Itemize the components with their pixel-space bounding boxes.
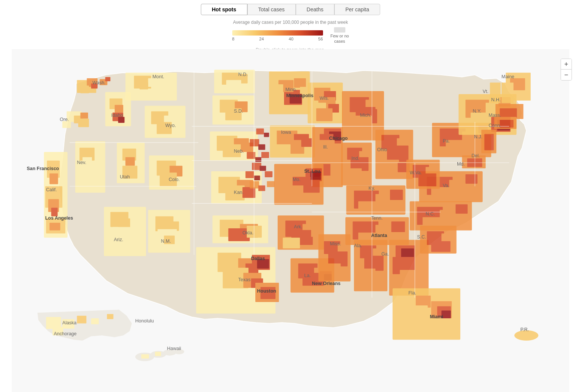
city-label-anchorage: Anchorage [54, 331, 76, 336]
city-label-neworleans: New Orleans [312, 281, 341, 286]
svg-rect-171 [364, 256, 384, 271]
state-label-ark: Ark. [294, 224, 302, 229]
tab-totalcases[interactable]: Total cases [247, 4, 296, 15]
svg-rect-102 [316, 108, 332, 121]
city-label-dallas: Dallas [251, 256, 265, 261]
state-label-la: La. [304, 273, 311, 278]
svg-rect-193 [423, 217, 451, 228]
state-label-nev: Nev. [77, 160, 86, 165]
svg-rect-230 [258, 144, 265, 150]
state-label-sc: S.C. [417, 234, 426, 240]
tab-deaths[interactable]: Deaths [296, 4, 334, 15]
legend-labels: 8 24 40 56 [232, 37, 323, 41]
few-no-cases-label: Few or nocases [331, 27, 349, 44]
state-label-nh: N.H. [491, 97, 501, 102]
svg-rect-114 [318, 152, 337, 166]
state-label-nm: N.M. [161, 239, 171, 244]
svg-rect-123 [303, 180, 320, 193]
svg-rect-37 [140, 82, 148, 89]
state-label-ill: Ill. [323, 144, 328, 150]
svg-rect-93 [294, 78, 306, 88]
city-label-sf: San Francisco [27, 166, 59, 171]
state-label-ohio: Ohio [377, 147, 387, 152]
svg-rect-268 [155, 352, 161, 356]
svg-rect-172 [358, 268, 375, 281]
legend-value-8: 8 [232, 37, 235, 41]
svg-rect-107 [301, 138, 312, 147]
svg-rect-156 [390, 190, 403, 200]
svg-rect-129 [283, 238, 300, 248]
state-label-mo: Mo. [293, 177, 301, 182]
city-label-chicago: Chicago [329, 136, 348, 141]
state-label-utah: Utah [120, 174, 130, 180]
svg-rect-10 [78, 119, 89, 127]
state-label-md: Md. [457, 161, 465, 167]
svg-rect-188 [431, 241, 451, 252]
svg-rect-229 [250, 139, 259, 146]
state-label-alaska: Alaska [62, 320, 76, 325]
state-label-ny: N.Y. [473, 108, 482, 114]
state-label-calif: Calif. [46, 187, 57, 192]
few-no-cases-text: Few or nocases [331, 33, 349, 44]
state-label-miss: Miss. [330, 241, 341, 246]
state-label-ind: Ind. [351, 156, 359, 161]
state-label-conn: Conn. [489, 123, 501, 128]
svg-rect-262 [107, 314, 113, 319]
city-label-pr: P.R. [520, 327, 529, 332]
legend: Average daily cases per 100,000 people i… [0, 20, 581, 44]
svg-rect-235 [259, 166, 266, 171]
svg-rect-72 [242, 187, 255, 198]
state-label-texas: Texas [238, 277, 251, 282]
state-label-ky: Ky. [368, 186, 375, 191]
zoom-in-button[interactable]: + [561, 59, 572, 70]
city-label-miami: Miami [430, 314, 443, 319]
svg-rect-184 [406, 305, 428, 322]
us-map-svg[interactable]: Wash. Ore. Calif. Nev. Idaho Utah Ariz. … [0, 49, 581, 392]
city-label-stlouis: St. Lou. [304, 169, 322, 174]
state-label-colo: Colo. [169, 177, 180, 182]
svg-rect-236 [245, 171, 254, 178]
zoom-out-button[interactable]: − [561, 70, 572, 80]
city-label-la: Los Angeles [45, 215, 73, 221]
state-label-neb: Neb. [234, 149, 244, 154]
svg-rect-238 [265, 171, 272, 177]
city-label-minneapolis: Minneapolis [286, 93, 314, 98]
svg-rect-226 [484, 134, 494, 150]
svg-rect-261 [91, 318, 99, 324]
legend-title: Average daily cases per 100,000 people i… [233, 20, 348, 25]
svg-rect-151 [380, 160, 399, 175]
state-label-minn: Minn. [285, 87, 297, 92]
svg-rect-240 [258, 186, 265, 191]
state-label-wis: Wis. [320, 96, 329, 101]
state-label-kan: Kan. [234, 190, 244, 195]
svg-rect-241 [267, 181, 275, 187]
few-no-cases-swatch [334, 27, 345, 33]
svg-rect-267 [141, 354, 149, 358]
svg-rect-58 [226, 80, 241, 90]
svg-rect-237 [254, 175, 260, 180]
state-label-fla: Fla. [409, 290, 416, 296]
zoom-controls: + − [561, 59, 572, 81]
svg-rect-232 [255, 157, 261, 162]
state-label-ga: Ga. [381, 251, 389, 257]
state-label-mont: Mont. [152, 74, 164, 79]
state-label-hawaii: Hawaii [167, 346, 181, 351]
tab-percapita[interactable]: Per capita [334, 4, 380, 15]
state-label-nj: N.J. [474, 134, 482, 139]
state-label-maine: Maine [502, 74, 514, 79]
legend-value-56: 56 [318, 37, 323, 41]
svg-rect-4 [80, 85, 89, 93]
svg-rect-207 [446, 140, 474, 153]
map-container[interactable]: Wash. Ore. Calif. Nev. Idaho Utah Ariz. … [0, 49, 581, 392]
svg-rect-35 [148, 78, 159, 87]
state-label-pa: Pa. [443, 138, 450, 144]
svg-rect-150 [387, 146, 409, 162]
state-label-nd: N.D. [238, 72, 248, 77]
tab-bar: Hot spots Total cases Deaths Per capita [0, 0, 581, 15]
legend-value-24: 24 [259, 37, 264, 41]
tab-hotspots[interactable]: Hot spots [201, 4, 247, 15]
state-label-vt: Vt. [483, 89, 488, 94]
legend-value-40: 40 [289, 37, 293, 41]
state-label-ala: Ala. [354, 243, 362, 248]
svg-rect-140 [375, 104, 382, 109]
